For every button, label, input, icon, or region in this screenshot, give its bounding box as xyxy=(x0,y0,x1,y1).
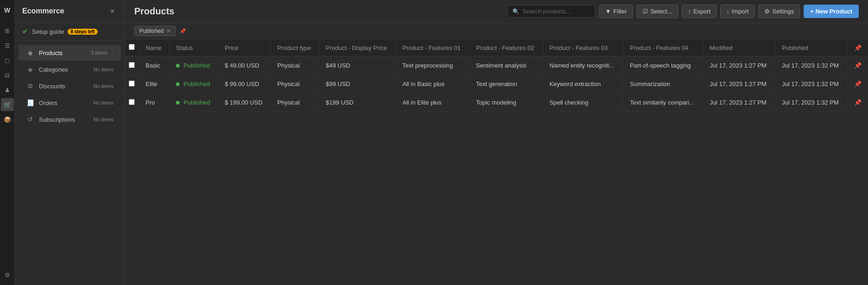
main-content: Products 🔍 ▼ Filter ☑ Select... ↑ Export… xyxy=(125,0,868,285)
cell-features-03: Keyword extraction xyxy=(543,75,624,93)
sidebar-nav: ◆ Products 3 items › ◈ Categories No ite… xyxy=(15,41,125,131)
stack-icon[interactable]: ⊟ xyxy=(1,68,14,81)
close-sidebar-button[interactable]: ✕ xyxy=(108,6,117,16)
grid-icon[interactable]: ⊞ xyxy=(1,24,14,37)
published-filter-badge[interactable]: Published ✕ xyxy=(134,26,176,36)
header-modified: Modified xyxy=(703,39,775,56)
setup-guide-label: Setup guide xyxy=(32,28,64,35)
table-row[interactable]: Elite Published $ 99.00 USD Physical $99… xyxy=(125,75,868,93)
cell-features-04: Text similarity compari... xyxy=(623,93,703,112)
cell-display-price: $99 USD xyxy=(319,75,396,93)
box-icon[interactable]: 📦 xyxy=(1,113,14,126)
table-row[interactable]: Basic Published $ 49.00 USD Physical $49… xyxy=(125,56,868,75)
settings-button[interactable]: ⚙ Settings xyxy=(758,5,800,18)
cell-published: Jul 17, 2023 1:32 PM xyxy=(775,75,847,93)
status-label: Published xyxy=(184,99,210,106)
app-logo-icon: W xyxy=(1,4,14,17)
cell-modified: Jul 17, 2023 1:27 PM xyxy=(703,56,775,75)
cell-product-type: Physical xyxy=(271,75,319,93)
filter-icon: ▼ xyxy=(605,8,611,15)
sidebar: Ecommerce ✕ ✔ Setup guide 8 steps left ◆… xyxy=(15,0,125,285)
header-published: Published xyxy=(775,39,847,56)
sidebar-item-label-discounts: Discounts xyxy=(39,83,89,90)
cell-features-02: Sentiment analysis xyxy=(469,56,543,75)
products-icon: ◆ xyxy=(26,49,34,56)
status-dot xyxy=(176,101,180,105)
filter-published-label: Published xyxy=(139,28,164,34)
cell-features-04: Part-of-speech tagging xyxy=(623,56,703,75)
sidebar-item-label-orders: Orders xyxy=(39,99,89,106)
close-filter-icon[interactable]: ✕ xyxy=(166,28,171,34)
cell-price: $ 199.00 USD xyxy=(218,93,271,112)
select-button[interactable]: ☑ Select... xyxy=(637,5,678,18)
page-title: Products xyxy=(134,6,175,17)
check-icon: ✔ xyxy=(22,27,28,36)
cell-pin: 📌 xyxy=(848,75,868,93)
cell-display-price: $49 USD xyxy=(319,56,396,75)
categories-count: No items xyxy=(94,67,113,72)
cell-status: Published xyxy=(169,56,218,75)
cell-pin: 📌 xyxy=(848,93,868,112)
subscriptions-icon: ↺ xyxy=(26,116,34,123)
export-button[interactable]: ↑ Export xyxy=(682,5,717,18)
top-bar: Products 🔍 ▼ Filter ☑ Select... ↑ Export… xyxy=(125,0,868,23)
chevron-right-icon: › xyxy=(112,50,113,56)
search-box[interactable]: 🔍 xyxy=(507,5,595,18)
categories-icon: ◈ xyxy=(26,66,34,73)
export-icon: ↑ xyxy=(688,8,691,15)
sub-bar: Published ✕ 📌 xyxy=(125,23,868,39)
orders-count: No items xyxy=(94,100,113,105)
header-display-price: Product - Display Price xyxy=(319,39,396,56)
cell-modified: Jul 17, 2023 1:27 PM xyxy=(703,75,775,93)
setup-guide[interactable]: ✔ Setup guide 8 steps left xyxy=(15,23,125,41)
select-all-checkbox[interactable] xyxy=(129,44,135,50)
sidebar-header: Ecommerce ✕ xyxy=(15,0,125,23)
import-button[interactable]: ↓ Import xyxy=(720,5,755,18)
settings-gear-icon[interactable]: ⚙ xyxy=(1,268,14,281)
cart-icon[interactable]: 🛒 xyxy=(1,98,14,111)
header-name: Name xyxy=(139,39,169,56)
header-features-02: Product - Features 02 xyxy=(469,39,543,56)
table-row[interactable]: Pro Published $ 199.00 USD Physical $199… xyxy=(125,93,868,112)
new-product-button[interactable]: + New Product xyxy=(804,5,859,18)
cell-display-price: $199 USD xyxy=(319,93,396,112)
document-icon[interactable]: ◻ xyxy=(1,54,14,67)
cell-features-03: Named entity recogniti... xyxy=(543,56,624,75)
cell-published: Jul 17, 2023 1:32 PM xyxy=(775,56,847,75)
sidebar-item-discounts[interactable]: ⚙ Discounts No items xyxy=(19,78,121,94)
settings-icon: ⚙ xyxy=(764,8,770,15)
row-checkbox[interactable] xyxy=(125,93,139,112)
select-icon: ☑ xyxy=(643,8,648,15)
row-checkbox[interactable] xyxy=(125,56,139,75)
header-features-03: Product - Features 03 xyxy=(543,39,624,56)
layers-icon[interactable]: ☰ xyxy=(1,39,14,52)
cell-modified: Jul 17, 2023 1:27 PM xyxy=(703,93,775,112)
cell-name: Elite xyxy=(139,75,169,93)
sidebar-item-label-products: Products xyxy=(39,50,86,56)
sidebar-item-subscriptions[interactable]: ↺ Subscriptions No items xyxy=(19,112,121,127)
products-table-container: Name Status Price Product type Product -… xyxy=(125,39,868,285)
steps-badge: 8 steps left xyxy=(68,29,97,35)
search-input[interactable] xyxy=(522,8,590,15)
filter-button[interactable]: ▼ Filter xyxy=(599,5,633,18)
sidebar-item-categories[interactable]: ◈ Categories No items xyxy=(19,62,121,77)
header-product-type: Product type xyxy=(271,39,319,56)
cell-name: Basic xyxy=(139,56,169,75)
sidebar-item-products[interactable]: ◆ Products 3 items › xyxy=(19,45,121,61)
header-pin: 📌 xyxy=(848,39,868,56)
cell-published: Jul 17, 2023 1:32 PM xyxy=(775,93,847,112)
cell-price: $ 99.00 USD xyxy=(218,75,271,93)
header-status: Status xyxy=(169,39,218,56)
cell-name: Pro xyxy=(139,93,169,112)
sidebar-item-label-categories: Categories xyxy=(39,66,89,73)
cell-features-03: Spell checking xyxy=(543,93,624,112)
search-icon: 🔍 xyxy=(512,8,519,15)
import-icon: ↓ xyxy=(726,8,730,15)
cell-features-02: Topic modeling xyxy=(469,93,543,112)
sidebar-item-orders[interactable]: 🧾 Orders No items xyxy=(19,95,121,111)
row-checkbox[interactable] xyxy=(125,75,139,93)
cell-price: $ 49.00 USD xyxy=(218,56,271,75)
people-icon[interactable]: ♟ xyxy=(1,83,14,96)
cell-product-type: Physical xyxy=(271,56,319,75)
header-checkbox[interactable] xyxy=(125,39,139,56)
